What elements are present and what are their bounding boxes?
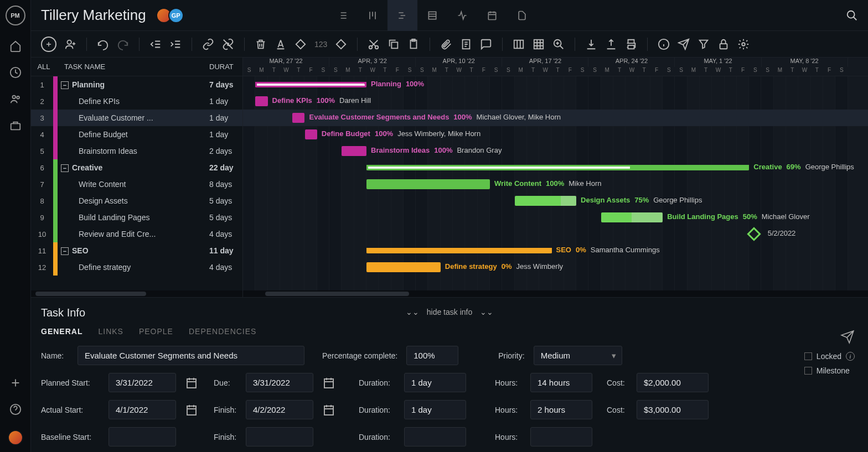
gantt-parent-bar[interactable] (366, 248, 552, 253)
task-row-parent[interactable]: 1−Planning7 days (31, 76, 242, 93)
gantt-row[interactable]: Build Landing Pages50%Michael Glover (243, 209, 868, 226)
paste-icon[interactable] (407, 38, 420, 50)
add-task-icon[interactable] (41, 37, 56, 52)
sheet-view-icon[interactable] (417, 0, 447, 31)
member-avatars[interactable]: GP (159, 8, 184, 23)
baseline-hours-input[interactable] (530, 427, 592, 446)
tab-links[interactable]: LINKS (98, 327, 123, 336)
gantt-row[interactable]: Write Content100%Mike Horn (243, 176, 868, 193)
add-person-icon[interactable] (64, 38, 76, 50)
gantt-parent-bar[interactable] (255, 82, 366, 87)
calendar-icon[interactable] (185, 376, 198, 389)
task-row[interactable]: 12Define strategy4 days (31, 259, 242, 276)
board-view-icon[interactable] (358, 0, 388, 31)
people-icon[interactable] (9, 93, 22, 105)
task-row[interactable]: 9Build Landing Pages5 days (31, 209, 242, 226)
collapse-icon[interactable]: − (61, 81, 69, 89)
collapse-icon[interactable]: − (61, 164, 69, 172)
indent-icon[interactable] (169, 38, 182, 50)
text-format-icon[interactable] (275, 38, 287, 50)
briefcase-icon[interactable] (9, 120, 22, 132)
cost-input[interactable] (637, 373, 709, 392)
lock-icon[interactable] (717, 38, 730, 50)
calendar-view-icon[interactable] (477, 0, 507, 31)
task-row[interactable]: 4Define Budget1 day (31, 126, 242, 143)
task-row[interactable]: 10Review and Edit Cre...4 days (31, 226, 242, 242)
task-row[interactable]: 5Brainstorm Ideas2 days (31, 143, 242, 159)
tab-dependencies[interactable]: DEPENDENCIES (189, 327, 256, 336)
gantt-bar[interactable] (292, 113, 304, 123)
tag-icon[interactable] (294, 38, 307, 50)
duration-input[interactable] (404, 373, 466, 392)
task-row[interactable]: 8Design Assets5 days (31, 193, 242, 209)
gantt-bar[interactable] (601, 212, 663, 222)
milestone-checkbox[interactable] (804, 367, 812, 375)
gantt-row[interactable]: Evaluate Customer Segments and Needs100%… (243, 110, 868, 126)
attachment-icon[interactable] (440, 38, 452, 50)
gantt-h-scrollbar[interactable] (243, 290, 868, 297)
activity-view-icon[interactable] (447, 0, 477, 31)
gantt-bar[interactable] (366, 179, 490, 189)
gantt-row[interactable]: Define strategy0%Jess Wimberly (243, 259, 868, 276)
locked-info-icon[interactable]: i (846, 352, 855, 361)
tab-general[interactable]: GENERAL (41, 327, 82, 336)
plus-icon[interactable] (9, 377, 22, 389)
columns-icon[interactable] (513, 38, 525, 50)
baseline-start-input[interactable] (108, 427, 176, 446)
task-name-input[interactable] (78, 346, 304, 365)
milestone-diamond[interactable] (747, 227, 761, 241)
app-logo[interactable]: PM (6, 6, 25, 25)
outdent-icon[interactable] (149, 38, 162, 50)
redo-icon[interactable] (117, 38, 129, 50)
milestone-icon[interactable] (335, 38, 347, 50)
actual-start-input[interactable] (108, 400, 176, 419)
task-row[interactable]: 3Evaluate Customer ...1 day (31, 110, 242, 126)
gantt-bar[interactable] (366, 262, 441, 272)
baseline-finish-input[interactable] (246, 427, 313, 446)
due-input[interactable] (246, 373, 313, 392)
send-icon[interactable] (678, 38, 690, 50)
print-icon[interactable] (625, 38, 637, 50)
delete-icon[interactable] (255, 38, 267, 50)
hours-input[interactable] (530, 373, 592, 392)
user-avatar[interactable] (8, 430, 23, 445)
planned-start-input[interactable] (108, 373, 176, 392)
help-icon[interactable] (9, 403, 22, 415)
finish-input[interactable] (246, 400, 313, 419)
calendar-icon[interactable] (185, 403, 198, 417)
gantt-bar[interactable] (515, 196, 577, 206)
calendar-icon[interactable] (322, 376, 335, 389)
settings-icon[interactable] (737, 38, 750, 50)
filter-icon[interactable] (698, 38, 710, 50)
baseline-duration-input[interactable] (404, 427, 466, 446)
task-row-parent[interactable]: 6−Creative22 day (31, 159, 242, 176)
cut-icon[interactable] (368, 38, 380, 50)
avatar[interactable]: GP (168, 8, 184, 23)
col-name[interactable]: TASK NAME (58, 63, 209, 71)
hours2-input[interactable] (530, 400, 592, 419)
collapse-icon[interactable]: − (61, 247, 69, 255)
col-all[interactable]: ALL (31, 63, 53, 71)
send-task-icon[interactable] (840, 330, 855, 344)
grid-h-scrollbar[interactable] (31, 290, 242, 297)
gantt-row[interactable]: Brainstorm Ideas100%Brandon Gray (243, 143, 868, 159)
col-duration[interactable]: DURAT (209, 63, 242, 71)
import-icon[interactable] (585, 38, 597, 50)
clock-icon[interactable] (9, 66, 22, 79)
tab-people[interactable]: PEOPLE (139, 327, 173, 336)
notes-icon[interactable] (460, 38, 472, 50)
duration2-input[interactable] (404, 400, 466, 419)
gantt-row[interactable]: Creative69%George Phillips (243, 159, 868, 176)
list-view-icon[interactable] (328, 0, 358, 31)
unlink-icon[interactable] (222, 38, 234, 50)
files-view-icon[interactable] (507, 0, 537, 31)
grid-icon[interactable] (533, 38, 545, 50)
zoom-icon[interactable] (552, 38, 565, 50)
copy-icon[interactable] (388, 38, 400, 50)
priority-select[interactable]: Medium (534, 346, 622, 365)
gantt-row[interactable]: Define KPIs100%Daren Hill (243, 93, 868, 110)
gantt-row[interactable]: 5/2/2022 (243, 226, 868, 242)
gantt-row[interactable]: SEO0%Samantha Cummings (243, 242, 868, 259)
undo-icon[interactable] (97, 38, 109, 50)
comment-icon[interactable] (480, 38, 492, 50)
